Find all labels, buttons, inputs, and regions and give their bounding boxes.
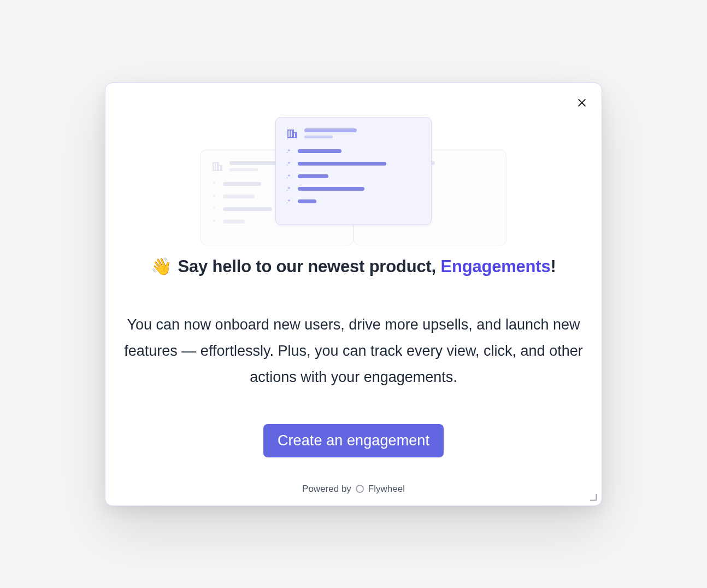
- sparkle-icon: [286, 186, 292, 192]
- sparkle-icon: [286, 161, 292, 167]
- wave-emoji: 👋: [151, 257, 172, 276]
- building-icon: [286, 127, 299, 140]
- sparkle-icon: [211, 181, 217, 187]
- flywheel-logo-icon: [356, 485, 364, 493]
- sparkle-icon: [211, 193, 217, 200]
- modal-body-text: You can now onboard new users, drive mor…: [123, 311, 584, 390]
- illustration: [201, 117, 506, 245]
- sparkle-icon: [286, 198, 292, 205]
- sparkle-icon: [211, 219, 217, 225]
- resize-handle-icon[interactable]: [590, 493, 597, 501]
- heading-prefix: Say hello to our newest product,: [178, 257, 441, 276]
- announcement-modal: 👋 Say hello to our newest product, Engag…: [105, 83, 602, 506]
- close-icon: [576, 97, 587, 108]
- create-engagement-button[interactable]: Create an engagement: [263, 424, 444, 457]
- powered-by-label: Powered by: [302, 484, 351, 495]
- heading-highlight: Engagements: [440, 257, 550, 276]
- sparkle-icon: [211, 206, 217, 213]
- modal-heading: 👋 Say hello to our newest product, Engag…: [151, 256, 556, 277]
- sparkle-icon: [286, 148, 292, 155]
- modal-footer: Powered by Flywheel: [105, 484, 602, 495]
- close-button[interactable]: [574, 95, 590, 110]
- sparkle-icon: [286, 173, 292, 180]
- illustration-card-front: [275, 117, 432, 225]
- footer-brand: Flywheel: [368, 484, 405, 495]
- building-icon: [211, 160, 224, 173]
- heading-suffix: !: [551, 257, 556, 276]
